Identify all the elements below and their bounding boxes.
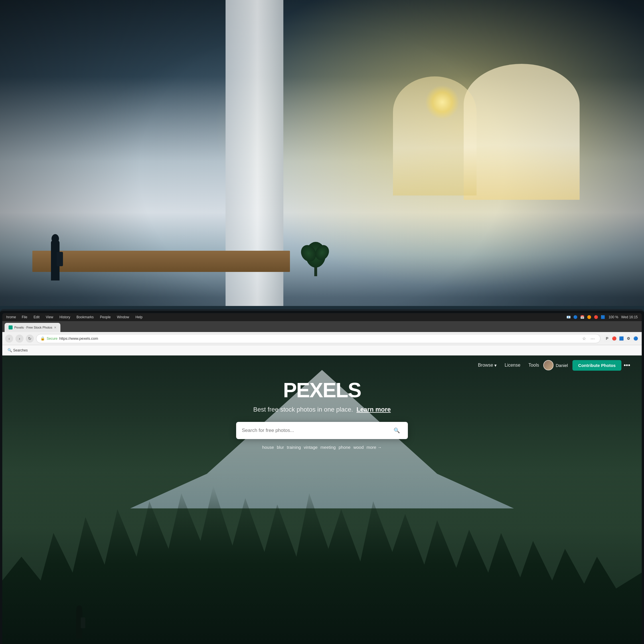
quick-tag-phone[interactable]: phone [339, 444, 351, 450]
quick-tag-vintage[interactable]: vintage [304, 444, 317, 450]
browse-dropdown-icon: ▾ [494, 363, 497, 368]
tab-label: Pexels · Free Stock Photos [14, 326, 52, 329]
system-extension-icons: 📧 🔵 📅 🟠 🔴 🟦 [566, 314, 606, 320]
menu-bookmarks[interactable]: Bookmarks [76, 315, 94, 319]
ext-icon-2[interactable]: 🟠 [586, 314, 592, 320]
window-arch-right [464, 64, 580, 200]
menu-history[interactable]: History [59, 315, 71, 319]
pexels-person-silhouette [73, 598, 87, 638]
ext-lastpass[interactable]: 🔴 [611, 335, 617, 342]
forward-button[interactable]: › [15, 335, 23, 343]
search-bar[interactable]: 🔍 [236, 422, 408, 439]
address-box[interactable]: 🔒 Secure https://www.pexels.com ☆ ⋯ [36, 334, 600, 343]
menu-view[interactable]: View [45, 315, 54, 319]
url-display: https://www.pexels.com [59, 336, 98, 341]
browser-tabs-bar: Pexels · Free Stock Photos × [2, 321, 642, 332]
quick-tag-meeting[interactable]: meeting [321, 444, 336, 450]
menu-window[interactable]: Window [116, 315, 130, 319]
nav-tools-link[interactable]: Tools [528, 363, 539, 368]
macos-system-bar: hrome File Edit View History Bookmarks P… [2, 313, 642, 321]
battery-label: 100 % [609, 315, 618, 319]
system-menu-right: 📧 🔵 📅 🟠 🔴 🟦 100 % Wed 16:15 [566, 314, 638, 320]
menu-help[interactable]: Help [135, 315, 143, 319]
bookmark-searches[interactable]: 🔍 Searches [6, 347, 29, 353]
system-menu-left: hrome File Edit View History Bookmarks P… [6, 315, 143, 319]
pexels-headline: PEXELS [283, 378, 361, 402]
address-bar-extensions: P 🔴 🟦 ⚙ 🔵 [604, 335, 639, 342]
bookmark-searches-label: Searches [13, 348, 28, 352]
quick-tag-training[interactable]: training [287, 444, 301, 450]
nav-license-link[interactable]: License [505, 363, 520, 368]
quick-tag-more[interactable]: more → [367, 444, 382, 450]
user-avatar-button[interactable]: Daniel [543, 360, 568, 370]
contribute-photos-button[interactable]: Contribute Photos [572, 360, 621, 371]
reader-icon[interactable]: ⋯ [589, 335, 596, 342]
quick-tag-blur[interactable]: blur [277, 444, 284, 450]
ext-misc1[interactable]: 🟦 [618, 335, 625, 342]
quick-tag-house[interactable]: house [262, 444, 274, 450]
desk [32, 251, 290, 272]
reload-button[interactable]: ↻ [26, 335, 34, 343]
sun-glare [425, 85, 459, 119]
address-bar-row: ‹ › ↻ 🔒 Secure https://www.pexels.com ☆ … [2, 332, 642, 345]
bookmark-searches-icon: 🔍 [7, 348, 12, 352]
user-avatar-image [543, 360, 554, 370]
browser-window: hrome File Edit View History Bookmarks P… [2, 313, 642, 644]
back-button[interactable]: ‹ [5, 335, 13, 343]
tab-close-button[interactable]: × [54, 325, 56, 330]
lock-icon: 🔒 [40, 336, 45, 341]
bookmarks-bar: 🔍 Searches [2, 345, 642, 355]
monitor-screen: hrome File Edit View History Bookmarks P… [2, 313, 642, 644]
browse-label: Browse [478, 363, 493, 368]
monitor-bezel: hrome File Edit View History Bookmarks P… [0, 309, 644, 644]
quick-tag-wood[interactable]: wood [353, 444, 364, 450]
pexels-navigation: Browse ▾ License Tools Daniel Contribute… [2, 355, 642, 375]
nav-more-button[interactable]: ••• [624, 361, 630, 369]
ext-misc3[interactable]: 🔵 [633, 335, 639, 342]
person-silhouette [45, 223, 65, 280]
search-input-field[interactable] [242, 428, 388, 433]
forest-silhouette [2, 485, 642, 644]
plant [304, 233, 327, 276]
ext-icon-4[interactable]: 🟦 [600, 314, 606, 320]
pexels-subheadline: Best free stock photos in one place. Lea… [253, 406, 391, 413]
clock-label: Wed 16:15 [621, 315, 638, 319]
bookmark-star-icon[interactable]: ☆ [580, 335, 588, 342]
user-name-label: Daniel [556, 363, 568, 368]
hero-content: PEXELS Best free stock photos in one pla… [2, 378, 642, 450]
secure-label: Secure [47, 337, 58, 341]
ext-pinterest[interactable]: P [604, 335, 610, 342]
pexels-page: Browse ▾ License Tools Daniel Contribute… [2, 355, 642, 644]
search-magnifier-icon: 🔍 [394, 427, 400, 434]
pexels-nav-right: Browse ▾ License Tools Daniel Contribute… [474, 360, 630, 371]
app-name-label: hrome [6, 315, 16, 319]
ext-icon-3[interactable]: 🔴 [593, 314, 599, 320]
tab-favicon [9, 325, 13, 329]
ext-icon-mail[interactable]: 📧 [566, 314, 571, 320]
ext-icon-drive[interactable]: 🔵 [572, 314, 578, 320]
learn-more-link[interactable]: Learn more [356, 406, 391, 413]
search-submit-button[interactable]: 🔍 [391, 425, 402, 436]
menu-people[interactable]: People [99, 315, 111, 319]
nav-browse-link[interactable]: Browse ▾ [478, 363, 497, 368]
menu-file[interactable]: File [21, 315, 28, 319]
address-actions: ☆ ⋯ [580, 335, 596, 342]
browser-tab-pexels[interactable]: Pexels · Free Stock Photos × [5, 323, 60, 332]
menu-edit[interactable]: Edit [33, 315, 40, 319]
ext-misc2[interactable]: ⚙ [625, 335, 632, 342]
quick-search-tags: house blur training vintage meeting phon… [262, 444, 382, 450]
ext-icon-calendar[interactable]: 📅 [579, 314, 585, 320]
